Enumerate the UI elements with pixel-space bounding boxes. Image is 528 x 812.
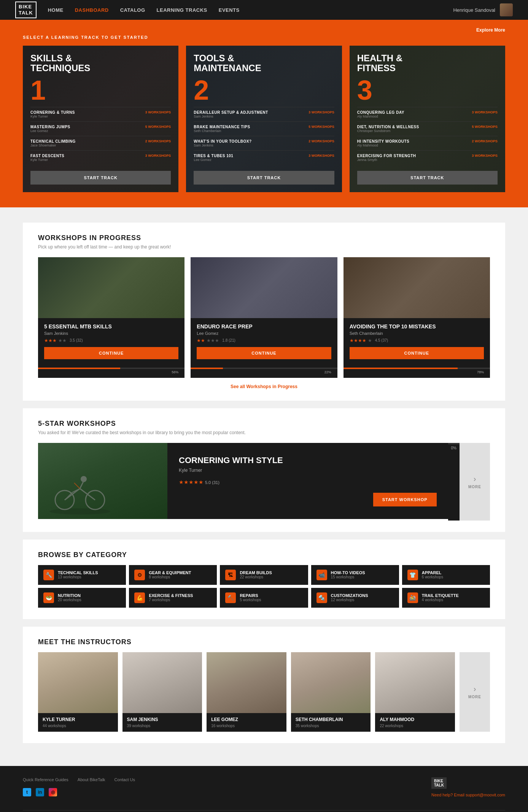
workshop-author-1: Sam Jenkins xyxy=(44,331,178,336)
track-content-3: HEALTH &FITNESS 3 CONQUERING LEG DAYAly … xyxy=(357,53,498,185)
rating-1: ★★★★★ 3.5 (32) xyxy=(44,338,178,343)
track-title-2: TOOLS &MAINTENANCE xyxy=(194,53,334,73)
workshop-body-1: 5 ESSENTIAL MTB SKILLS Sam Jenkins ★★★★★… xyxy=(38,318,184,368)
nav-dashboard[interactable]: DASHBOARD xyxy=(75,7,109,13)
footer-bottom: POWERED BY NORTHPASS xyxy=(23,810,505,812)
select-track-label: SELECT A LEARNING TRACK TO GET STARTED xyxy=(23,35,148,40)
track-item: CONQUERING LEG DAYAly Mahmood 3 WORKSHOP… xyxy=(357,107,498,118)
instructor-img-sam xyxy=(122,652,202,713)
track-card-3: HEALTH &FITNESS 3 CONQUERING LEG DAYAly … xyxy=(350,46,505,192)
category-repairs[interactable]: 🔨 REPAIRS5 workshops xyxy=(220,588,308,608)
track-item: TIRES & TUBES 101Lee Gomez 3 WORKSHOPS xyxy=(194,150,334,162)
repairs-icon: 🔨 xyxy=(225,592,236,603)
avatar[interactable] xyxy=(500,3,513,16)
footer-row: Quick Reference Guides About BikeTalk Co… xyxy=(23,777,505,802)
user-name: Henrique Sandoval xyxy=(453,7,495,13)
footer-contact-us[interactable]: Contact Us xyxy=(115,777,135,782)
five-star-subtitle: You asked for it! We've curated the best… xyxy=(38,430,490,435)
technical-skills-icon: 🔧 xyxy=(43,570,54,580)
category-exercise-fitness[interactable]: 💪 EXERCISE & FITNESS7 workshops xyxy=(129,588,217,608)
footer-about-biketalk[interactable]: About BikeTalk xyxy=(78,777,105,782)
track-title-1: SKILLS &TECHNIQUES xyxy=(30,53,171,73)
trail-etiquette-icon: 🚵 xyxy=(407,592,418,603)
nav-events[interactable]: EVENTS xyxy=(219,7,240,13)
progress-bar-2 xyxy=(191,368,337,369)
navbar-left: BIKE TALK HOME DASHBOARD CATALOG LEARNIN… xyxy=(15,2,240,18)
workshop-img-1 xyxy=(38,257,184,318)
footer-support: Need help? Email support@moovit.com xyxy=(431,793,505,797)
instructor-lee-gomez[interactable]: LEE GOMEZ 16 workshops xyxy=(207,652,286,732)
workshop-author-2: Lee Gomez xyxy=(197,331,331,336)
see-all-workshops-link[interactable]: See all Workshops in Progress xyxy=(38,384,490,389)
track-content-1: SKILLS &TECHNIQUES 1 CORNERING & TURNSKy… xyxy=(30,53,171,185)
workshop-cards: 5 ESSENTIAL MTB SKILLS Sam Jenkins ★★★★★… xyxy=(38,257,490,378)
support-email: support@moovit.com xyxy=(466,793,505,797)
footer-social: t in ◎ xyxy=(23,788,135,796)
track-item: EXERCISING FOR STRENGTHJenna Smyth 3 WOR… xyxy=(357,150,498,162)
progress-fill-2 xyxy=(191,368,223,369)
track-item: FAST DESCENTSKyle Turner 3 WORKSHOPS xyxy=(30,150,171,162)
progress-fill-1 xyxy=(38,368,120,369)
workshop-img-3 xyxy=(344,257,490,318)
start-track-3-button[interactable]: START TRACK xyxy=(357,171,498,185)
instructor-count-aly: 22 workshops xyxy=(375,724,455,732)
twitter-icon[interactable]: t xyxy=(23,788,31,796)
more-workshops-button[interactable]: › MORE xyxy=(460,443,490,521)
workshop-img-2 xyxy=(191,257,337,318)
track-item: WHAT'S IN YOUR TOOLBOX?Sam Jenkins 2 WOR… xyxy=(194,136,334,147)
track-card-2: TOOLS &MAINTENANCE 2 DERAILLEUR SETUP & … xyxy=(186,46,342,192)
category-technical-skills[interactable]: 🔧 TECHNICAL SKILLS13 workshops xyxy=(38,565,126,585)
instructor-img-aly xyxy=(375,652,455,713)
instructor-sam-jenkins[interactable]: SAM JENKINS 39 workshops xyxy=(122,652,202,732)
instructor-aly-mahmood[interactable]: ALY MAHMOOD 22 workshops xyxy=(375,652,455,732)
continue-button-3[interactable]: CONTINUE xyxy=(350,347,484,359)
workshop-title-2: ENDURO RACE PREP xyxy=(197,323,331,330)
workshops-in-progress-section: WORKSHOPS IN PROGRESS Pick up where you … xyxy=(23,223,505,401)
category-trail-etiquette[interactable]: 🚵 TRAIL ETIQUETTE4 workshops xyxy=(402,588,490,608)
instructor-name-seth: SETH CHAMBERLAIN xyxy=(291,713,371,724)
main-content: WORKSHOPS IN PROGRESS Pick up where you … xyxy=(0,207,528,766)
instructor-seth-chamberlain[interactable]: SETH CHAMBERLAIN 35 workshops xyxy=(291,652,371,732)
track-title-3: HEALTH &FITNESS xyxy=(357,53,498,73)
featured-progress-label: 0% xyxy=(448,444,460,452)
featured-stars: ★★★★★ 5.0 (31) xyxy=(179,479,437,485)
category-dream-builds[interactable]: 🏗 DREAM BUILDS22 workshops xyxy=(220,565,308,585)
category-customizations[interactable]: 🔩 CUSTOMIZATIONS12 workshops xyxy=(311,588,399,608)
instructor-name-lee: LEE GOMEZ xyxy=(207,713,286,724)
navbar: BIKE TALK HOME DASHBOARD CATALOG LEARNIN… xyxy=(0,0,528,20)
featured-img xyxy=(38,443,167,519)
nav-catalog[interactable]: CATALOG xyxy=(120,7,145,13)
nav-home[interactable]: HOME xyxy=(48,7,64,13)
more-instructors-button[interactable]: › MORE xyxy=(460,652,490,732)
category-apparel[interactable]: 👕 APPAREL6 workshops xyxy=(402,565,490,585)
instructor-img-lee xyxy=(207,652,286,713)
track-item: HI INTENSITY WORKOUTSAly Mahmood 2 WORKS… xyxy=(357,136,498,147)
category-gear-equipment[interactable]: ⚙ GEAR & EQUIPMENT8 workshops xyxy=(129,565,217,585)
brand-logo[interactable]: BIKE TALK xyxy=(15,2,37,18)
workshop-author-3: Seth Chamberlain xyxy=(350,331,484,336)
instructor-count-seth: 35 workshops xyxy=(291,724,371,732)
linkedin-icon[interactable]: in xyxy=(36,788,44,796)
svg-line-5 xyxy=(80,481,84,489)
start-track-2-button[interactable]: START TRACK xyxy=(194,171,334,185)
category-how-to-videos[interactable]: 📹 HOW-TO VIDEOS15 workshops xyxy=(311,565,399,585)
nav-learning-tracks[interactable]: LEARNING TRACKS xyxy=(157,7,207,13)
instructor-img-kyle xyxy=(38,652,118,713)
continue-button-2[interactable]: CONTINUE xyxy=(197,347,331,359)
start-workshop-button[interactable]: START WORKSHOP xyxy=(373,493,437,506)
track-item: TECHNICAL CLIMBINGJace Shoemaker 2 WORKS… xyxy=(30,136,171,147)
continue-button-1[interactable]: CONTINUE xyxy=(44,347,178,359)
instagram-icon[interactable]: ◎ xyxy=(49,788,57,796)
instructor-kyle-turner[interactable]: KYLE TURNER 44 workshops xyxy=(38,652,118,732)
workshops-in-progress-title: WORKSHOPS IN PROGRESS xyxy=(38,234,490,242)
featured-body: CORNERING WITH STYLE Kyle Turner ★★★★★ 5… xyxy=(167,443,448,519)
workshop-title-1: 5 ESSENTIAL MTB SKILLS xyxy=(44,323,178,330)
progress-bar-3 xyxy=(344,368,490,369)
start-track-1-button[interactable]: START TRACK xyxy=(30,171,171,185)
apparel-icon: 👕 xyxy=(407,570,418,580)
track-number-1: 1 xyxy=(30,76,171,104)
footer-quick-reference[interactable]: Quick Reference Guides xyxy=(23,777,68,782)
category-nutrition[interactable]: 🥗 NUTRITION20 workshops xyxy=(38,588,126,608)
explore-more-link[interactable]: Explore More xyxy=(476,27,505,33)
workshop-body-2: ENDURO RACE PREP Lee Gomez ★★★★★ 1.8 (21… xyxy=(191,318,337,368)
